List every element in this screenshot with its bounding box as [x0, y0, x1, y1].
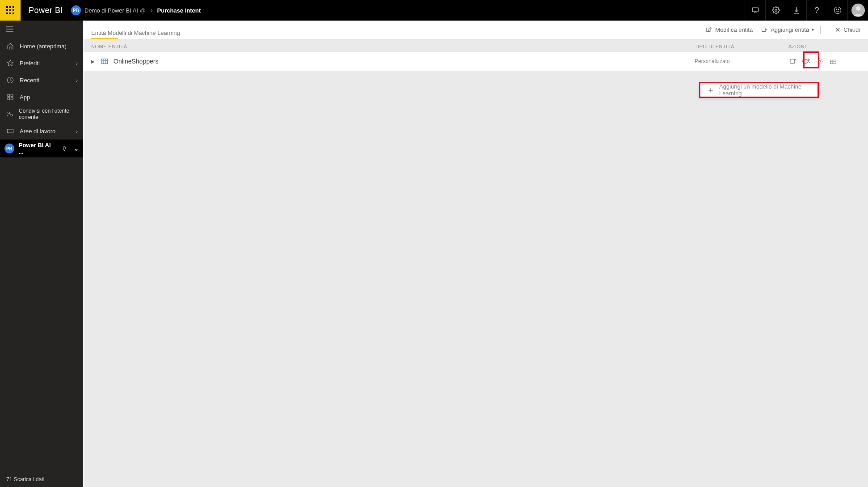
- clock-icon: [6, 76, 14, 84]
- profile-button[interactable]: [847, 0, 868, 21]
- svg-rect-12: [8, 94, 10, 97]
- brand-label: Power BI: [21, 6, 71, 15]
- svg-point-4: [838, 9, 839, 10]
- chat-button[interactable]: [745, 0, 765, 21]
- add-ml-label: Aggiungi un modello di Machine Learning: [719, 83, 811, 97]
- hamburger-icon: [6, 26, 13, 32]
- action-ml-icon[interactable]: [802, 57, 811, 66]
- smile-icon: [834, 6, 842, 14]
- active-workspace[interactable]: PB Power BI AI ... ⌄: [0, 140, 83, 157]
- breadcrumb: PB Demo di Power BI AI @ › Purchase Inte…: [71, 5, 201, 15]
- nav-label: Condivisi con l'utente corrente: [19, 108, 77, 120]
- edit-label: Modifica entità: [715, 26, 753, 33]
- star-icon: [6, 59, 14, 67]
- help-button[interactable]: ?: [806, 0, 827, 21]
- download-button[interactable]: [786, 0, 806, 21]
- chevron-down-icon: ⌄: [74, 145, 79, 152]
- svg-point-28: [819, 60, 821, 62]
- entity-row[interactable]: ▶ OnlineShoppers Personalizzato: [83, 52, 868, 71]
- svg-rect-20: [762, 28, 766, 31]
- columns-header: NOME ENTITÀ TIPO DI ENTITÀ AZIONI: [83, 39, 868, 52]
- chat-icon: [751, 6, 759, 14]
- breadcrumb-separator-icon: ›: [150, 6, 152, 14]
- expand-icon[interactable]: ▶: [91, 59, 97, 64]
- nav-apps[interactable]: App: [0, 89, 83, 106]
- topbar-actions: ?: [745, 0, 868, 21]
- tab-ml[interactable]: Entità Modelli di Machine Learning: [91, 21, 180, 39]
- action-edit-icon[interactable]: [788, 57, 797, 66]
- workspace-badge: PB: [4, 144, 14, 153]
- close-icon: ✕: [835, 26, 841, 34]
- svg-point-3: [836, 9, 837, 10]
- nav-label: Preferiti: [20, 60, 40, 67]
- chevron-right-icon: ›: [76, 60, 78, 67]
- svg-rect-25: [790, 59, 794, 63]
- entity-type: Personalizzato: [695, 58, 788, 64]
- help-icon: ?: [814, 6, 819, 15]
- download-icon: [792, 6, 801, 14]
- topbar: Power BI PB Demo di Power BI AI @ › Purc…: [0, 0, 868, 21]
- add-entities-button[interactable]: Aggiungi entità ▾: [761, 26, 814, 33]
- svg-point-26: [803, 59, 808, 63]
- workspace-icon: [6, 127, 14, 135]
- tab-label: Entità Modelli di Machine Learning: [91, 30, 180, 39]
- settings-button[interactable]: [765, 0, 786, 21]
- workspace-label: Power BI AI ...: [19, 142, 57, 155]
- apps-icon: [6, 93, 14, 101]
- workspace-badge: PB: [71, 5, 81, 15]
- entity-name: OnlineShoppers: [114, 58, 695, 65]
- chevron-down-icon: ▾: [812, 27, 814, 32]
- svg-point-1: [775, 9, 777, 12]
- premium-icon: [61, 145, 67, 152]
- col-type-header: TIPO DI ENTITÀ: [695, 44, 788, 49]
- nav-label: App: [20, 94, 30, 101]
- svg-rect-21: [101, 59, 107, 64]
- feedback-button[interactable]: [827, 0, 847, 21]
- edit-entities-button[interactable]: Modifica entità: [705, 26, 753, 33]
- nav-workspaces[interactable]: Aree di lavoro ›: [0, 123, 83, 140]
- edit-icon: [705, 27, 712, 33]
- svg-rect-14: [8, 97, 10, 100]
- nav-recent[interactable]: Recenti ›: [0, 72, 83, 89]
- col-name-header: NOME ENTITÀ: [91, 44, 695, 49]
- workspace-suffix: @: [140, 7, 146, 14]
- action-settings-icon[interactable]: [815, 57, 824, 66]
- chevron-right-icon: ›: [76, 128, 78, 135]
- svg-marker-10: [7, 60, 13, 66]
- add-label: Aggiungi entità: [771, 26, 809, 33]
- add-ml-model-item[interactable]: ＋ Aggiungi un modello di Machine Learnin…: [699, 82, 819, 98]
- nav-shared[interactable]: Condivisi con l'utente corrente: [0, 106, 83, 123]
- breadcrumb-title[interactable]: Purchase Intent: [157, 7, 201, 14]
- breadcrumb-workspace[interactable]: Demo di Power BI AI: [84, 7, 138, 14]
- close-button[interactable]: ✕ Chiudi: [835, 26, 860, 34]
- nav-label: Recenti: [20, 77, 39, 84]
- nav-label: Aree di lavoro: [20, 128, 55, 135]
- nav-footer[interactable]: 71 Scarica i dati: [0, 472, 83, 487]
- main-content: Entità Modelli di Machine Learning Modif…: [83, 21, 868, 487]
- gear-icon: [772, 6, 780, 14]
- nav-label: Home (anteprima): [20, 43, 67, 50]
- plus-icon: ＋: [707, 85, 715, 95]
- col-actions-header: AZIONI: [788, 44, 860, 49]
- close-label: Chiudi: [843, 26, 860, 33]
- app-launcher-button[interactable]: [0, 0, 21, 21]
- svg-rect-18: [7, 129, 13, 133]
- home-icon: [6, 42, 14, 50]
- table-icon: [101, 58, 109, 64]
- left-nav: Home (anteprima) Preferiti › Recenti › A…: [0, 21, 83, 487]
- toolbar: Entità Modelli di Machine Learning Modif…: [83, 21, 868, 39]
- tab-underline: [91, 38, 118, 39]
- nav-collapse-button[interactable]: [0, 21, 83, 38]
- action-delete-icon[interactable]: [829, 57, 838, 66]
- avatar: [851, 4, 865, 17]
- nav-home[interactable]: Home (anteprima): [0, 38, 83, 55]
- svg-point-16: [8, 112, 9, 114]
- svg-rect-15: [11, 97, 13, 100]
- nav-favorites[interactable]: Preferiti ›: [0, 55, 83, 72]
- chevron-right-icon: ›: [76, 77, 78, 84]
- add-entity-icon: [761, 27, 768, 33]
- waffle-icon: [6, 6, 14, 14]
- share-icon: [6, 110, 13, 118]
- entity-actions: [788, 57, 860, 66]
- svg-point-2: [834, 7, 841, 14]
